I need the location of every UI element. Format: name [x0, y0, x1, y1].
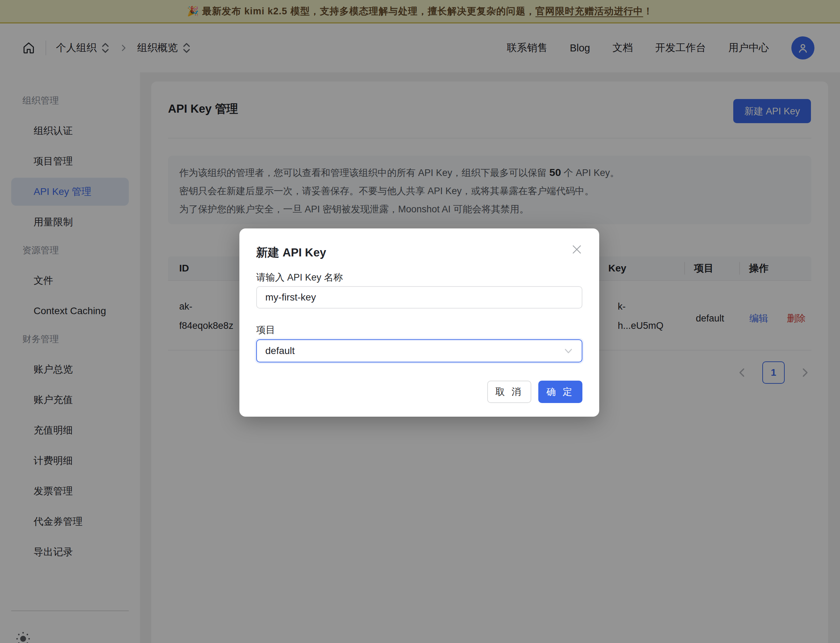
confirm-button[interactable]: 确 定 — [538, 380, 582, 403]
project-label: 项目 — [256, 323, 275, 336]
cancel-button[interactable]: 取 消 — [487, 380, 531, 403]
close-icon — [570, 243, 583, 256]
modal-title: 新建 API Key — [256, 245, 326, 261]
modal-footer: 取 消 确 定 — [487, 380, 582, 403]
api-key-name-label: 请输入 API Key 名称 — [256, 271, 343, 284]
modal-close-button[interactable] — [569, 242, 585, 257]
chevron-down-icon — [564, 346, 573, 356]
api-key-name-input[interactable] — [256, 286, 582, 308]
create-api-key-modal: 新建 API Key 请输入 API Key 名称 项目 default 取 消… — [239, 228, 599, 417]
project-select[interactable]: default — [256, 339, 582, 362]
project-select-value: default — [265, 345, 295, 356]
page: 🎉 最新发布 kimi k2.5 模型，支持多模态理解与处理，擅长解决更复杂的问… — [0, 0, 840, 643]
